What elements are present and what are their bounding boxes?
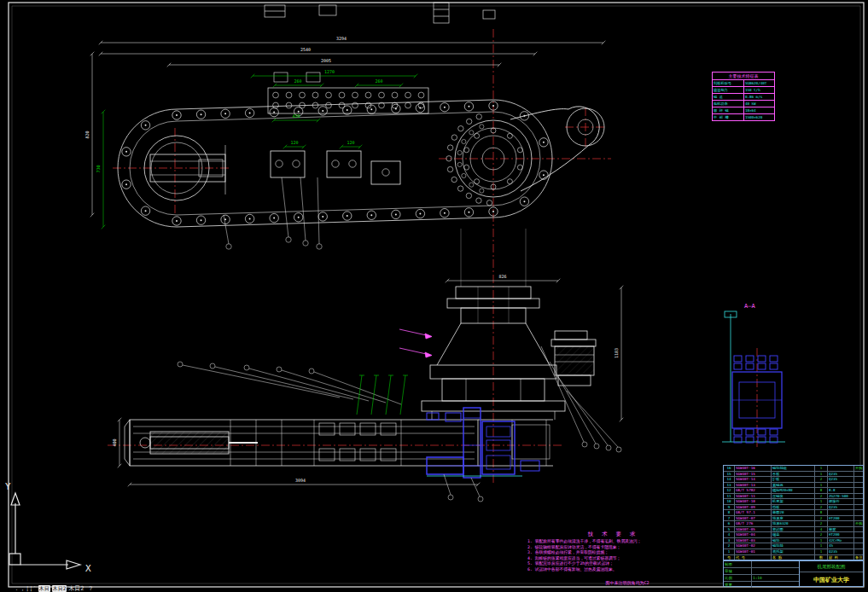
chain-roller-pin [322,110,323,112]
section-label: A—A [744,303,755,310]
bom-cell: 1 [815,466,828,471]
spec-table-row: 中 部 槽1500×620 [713,114,774,120]
bom-cell: 紧链器 [772,483,815,488]
bom-cell: 1 [724,549,735,554]
notes-body: 1. 装配前所有零件必须清洗干净，不得有毛刺、铁屑及油污；2. 链轮轴组装配后应… [527,539,698,573]
bom-cell [854,527,863,532]
bom-cell: Q235 [828,472,854,477]
bom-cell: 1 [815,483,828,488]
bom-cell: 数 [815,555,828,560]
spec-table-row: 电机功率40 kW [713,101,774,107]
bom-cell: 链轮轴组 [772,466,815,471]
bom-cell: 螺栓M20×80 [772,488,815,493]
status-pre: ．，¦¦′ [14,584,37,592]
title-block-row: 制图 [724,561,799,568]
bom-cell: SGW40T-07 [735,516,772,521]
title-block-fields: 制图审核比例1:10重量 [724,561,800,586]
rail-bolt-hole [352,92,358,98]
section-bolt [758,363,766,369]
bom-cell: 备注 [854,555,863,560]
ucs-x-label: X [85,563,91,574]
bom-cell [828,483,854,488]
spec-table-row: 链 速0.86 m/s [713,94,774,101]
rail-bolt-hole [273,102,279,108]
dimension-text: 820 [84,131,90,138]
chain-link-circle [469,131,474,135]
bom-cell: 16 [724,466,735,471]
chain-roller-pin [543,174,545,176]
sprocket-bolt-hole [507,179,512,184]
chain-roller-pin [444,107,446,108]
status-fragment[interactable]: ．，¦¦′ 木目 木目2 木目2 ？ [14,584,94,592]
section-bolt [770,429,778,435]
bom-cell: 护板 [772,477,815,482]
bom-cell: Q235 [828,549,854,554]
bom-cell: 4 [815,527,828,532]
title-block: 制图审核比例1:10重量 机尾部装配图 中国矿业大学 [723,560,864,587]
spec-table-row: 刮板机型号SGB620/40T [713,80,774,87]
bom-cell [854,483,863,488]
bom-cell: Q235 [828,477,854,482]
bom-cell: 压链块 [772,494,815,499]
section-bolt [734,363,742,369]
rail-bolt-hole [352,102,358,108]
bom-cell: 代 号 [735,555,772,560]
bom-cell: GB/T 276 [735,521,772,526]
selected-blue-parts[interactable] [427,408,539,478]
margin-stubs [265,3,495,23]
bom-cell [854,472,863,477]
bom-cell [854,543,863,548]
bom-cell: 垫圈20 [772,510,815,515]
cad-canvas[interactable]: A—A [0,0,868,592]
chain-roller-pin [419,213,421,215]
bom-cell [854,499,863,504]
dimension-text: 1183 [614,348,619,358]
chain-roller-pin [224,218,226,220]
bom-cell [828,521,854,526]
bom-cell: SGW40T-10 [735,499,772,504]
chain-link-circle [462,173,466,177]
title-block-row: 重量 [724,582,799,588]
chain-roller-pin [347,109,348,111]
rail-bolt-hole [339,102,345,108]
chain-roller-pin [468,212,469,213]
bom-cell [854,532,863,537]
bom-cell: 名 称 [772,555,815,560]
chain-roller-pin [523,200,525,202]
sprocket-bolt-hole [464,148,469,153]
dimension-text: 3294 [336,36,347,41]
rail-bolt-hole [286,102,292,108]
technical-notes: 技 术 要 求 1. 装配前所有零件必须清洗干净，不得有毛刺、铁屑及油污；2. … [527,531,698,573]
organization-name: 中国矿业大学 [800,572,863,586]
bom-cell [854,494,863,499]
title-block-row: 审核 [724,568,799,575]
rail-bolt-hole [273,92,279,98]
chain-link-circle [451,177,457,182]
status-chip-1[interactable]: 木目 [38,585,50,592]
generated-geometry [122,92,778,443]
centerlines [108,29,757,485]
bom-cell: 2 [815,505,828,510]
section-bolt [734,429,742,435]
bom-cell: 42CrMo [828,538,854,543]
bom-cell: SGW40T-05 [735,527,772,532]
rail-bolt-hole [405,102,411,108]
chain-link-circle [480,125,484,129]
chain-link-circle [469,183,474,187]
dimension-text: 2005 [321,58,331,63]
section-bolt [746,429,754,435]
status-chip-2[interactable]: 木目2 [52,585,67,592]
sprocket-bolt-hole [507,133,512,138]
datum-arrows [357,375,408,415]
bom-cell: 2 [815,521,828,526]
chain-roller-pin [176,220,178,222]
chain-link-circle [466,119,471,124]
bom-cell: 轴承座 [772,516,815,521]
bom-cell: SGW40T-15 [735,472,772,477]
bom-cell: SGW40T-04 [735,532,772,537]
bom-cell: 挡板 [772,505,815,510]
bom-cell: 焊接件 [828,499,854,504]
chain-roller-pin [322,216,323,218]
bom-cell [854,477,863,482]
chain-roller-pin [444,212,446,214]
